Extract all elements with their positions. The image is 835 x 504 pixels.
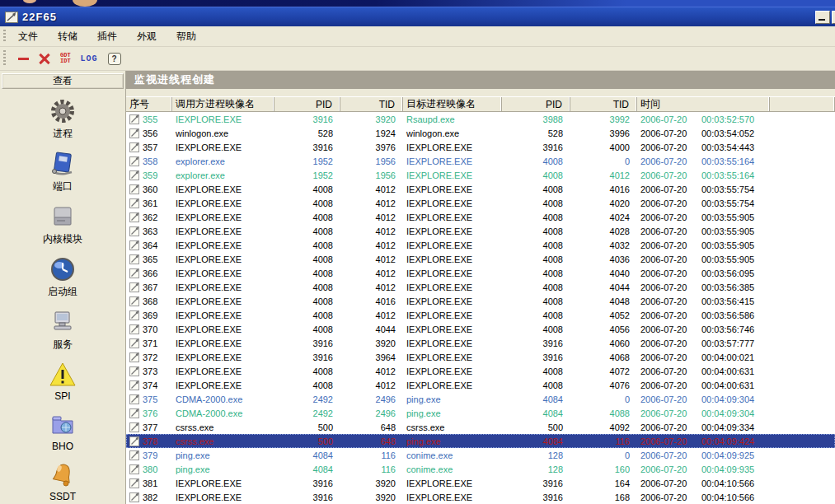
menu-item-plugins[interactable]: 插件 bbox=[97, 30, 117, 44]
cell-target-image: IEXPLORE.EXE bbox=[403, 308, 502, 322]
cell-caller-pid: 4008 bbox=[274, 210, 340, 224]
table-row[interactable]: 367 IEXPLORE.EXE 4008 4012 IEXPLORE.EXE … bbox=[126, 280, 835, 294]
column-header-target-tid[interactable]: TID bbox=[570, 97, 637, 111]
cell-filler bbox=[770, 140, 835, 154]
gdt-idt-button[interactable]: GDT IDT bbox=[60, 53, 71, 64]
table-row[interactable]: 378 csrss.exe 500 648 ping.exe 4084 116 … bbox=[126, 434, 835, 448]
table-row[interactable]: 358 explorer.exe 1952 1956 IEXPLORE.EXE … bbox=[126, 154, 835, 168]
table-row[interactable]: 363 IEXPLORE.EXE 4008 4012 IEXPLORE.EXE … bbox=[126, 224, 835, 238]
cell-time: 2006-07-20 00:04:09:304 bbox=[637, 392, 770, 406]
table-row[interactable]: 359 explorer.exe 1952 1956 IEXPLORE.EXE … bbox=[126, 168, 835, 182]
sidebar-item-startup-group[interactable]: 启动组 bbox=[0, 255, 125, 299]
cell-time: 2006-07-20 00:04:00:631 bbox=[637, 364, 770, 378]
menu-item-appearance[interactable]: 外观 bbox=[137, 30, 157, 44]
seq-value: 357 bbox=[143, 142, 157, 152]
column-header-target-pid[interactable]: PID bbox=[502, 97, 570, 111]
menubar-grip[interactable] bbox=[3, 30, 6, 43]
delete-button[interactable] bbox=[39, 53, 50, 64]
column-header-empty[interactable] bbox=[770, 97, 835, 111]
table-row[interactable]: 360 IEXPLORE.EXE 4008 4012 IEXPLORE.EXE … bbox=[126, 182, 835, 196]
table-row[interactable]: 369 IEXPLORE.EXE 4008 4012 IEXPLORE.EXE … bbox=[126, 308, 835, 322]
table-row[interactable]: 375 CDMA-2000.exe 2492 2496 ping.exe 408… bbox=[126, 392, 835, 406]
table-row[interactable]: 368 IEXPLORE.EXE 4008 4016 IEXPLORE.EXE … bbox=[126, 294, 835, 308]
cell-caller-tid: 3976 bbox=[340, 140, 403, 154]
table-row[interactable]: 370 IEXPLORE.EXE 4008 4044 IEXPLORE.EXE … bbox=[126, 322, 835, 336]
table-row[interactable]: 381 IEXPLORE.EXE 3916 3920 IEXPLORE.EXE … bbox=[126, 476, 835, 490]
help-button[interactable]: ? bbox=[108, 53, 121, 65]
sidebar-item-spi[interactable]: SPI bbox=[0, 361, 125, 402]
time-value: 00:04:09:304 bbox=[701, 394, 754, 404]
cell-target-pid: 128 bbox=[502, 448, 570, 462]
minimize-button[interactable] bbox=[815, 11, 830, 24]
sidebar-item-kernel-modules[interactable]: 内核模块 bbox=[0, 203, 125, 246]
log-label: LOG bbox=[81, 54, 98, 63]
column-header-target[interactable]: 目标进程映像名 bbox=[403, 97, 502, 111]
column-header-caller-pid[interactable]: PID bbox=[274, 97, 340, 111]
cell-time: 2006-07-20 00:03:55:905 bbox=[637, 238, 770, 252]
table-row[interactable]: 376 CDMA-2000.exe 2492 2496 ping.exe 408… bbox=[126, 406, 835, 420]
date-value: 2006-07-20 bbox=[640, 394, 701, 404]
sidebar-header[interactable]: 查看 bbox=[2, 73, 124, 89]
table-row[interactable]: 364 IEXPLORE.EXE 4008 4012 IEXPLORE.EXE … bbox=[126, 238, 835, 252]
table-row[interactable]: 374 IEXPLORE.EXE 4008 4012 IEXPLORE.EXE … bbox=[126, 378, 835, 392]
table-row[interactable]: 382 IEXPLORE.EXE 3916 3920 IEXPLORE.EXE … bbox=[126, 490, 835, 504]
sidebar-item-label: 端口 bbox=[53, 180, 73, 194]
time-value: 00:04:00:631 bbox=[701, 366, 754, 376]
cell-caller-pid: 4008 bbox=[274, 280, 340, 294]
cell-time: 2006-07-20 00:03:55:905 bbox=[637, 224, 770, 238]
time-value: 00:04:09:925 bbox=[701, 450, 754, 460]
maximize-button[interactable] bbox=[832, 11, 835, 24]
minus-icon bbox=[18, 58, 29, 60]
sidebar-item-ports[interactable]: 端口 bbox=[0, 150, 125, 194]
toolbar-grip[interactable] bbox=[3, 50, 6, 67]
column-header-caller[interactable]: 调用方进程映像名 bbox=[172, 97, 274, 111]
cell-caller-image: ping.exe bbox=[172, 448, 274, 462]
menu-item-dump[interactable]: 转储 bbox=[58, 30, 77, 44]
date-value: 2006-07-20 bbox=[640, 170, 701, 180]
table-row[interactable]: 373 IEXPLORE.EXE 4008 4012 IEXPLORE.EXE … bbox=[126, 364, 835, 378]
cell-time: 2006-07-20 00:04:09:925 bbox=[637, 448, 770, 462]
sidebar-item-processes[interactable]: 进程 bbox=[0, 97, 125, 141]
table-row[interactable]: 377 csrss.exe 500 648 csrss.exe 500 4092… bbox=[126, 420, 835, 434]
cell-caller-tid: 1956 bbox=[340, 168, 403, 182]
cell-caller-tid: 2496 bbox=[340, 392, 403, 406]
table-row[interactable]: 357 IEXPLORE.EXE 3916 3976 IEXPLORE.EXE … bbox=[126, 140, 835, 154]
cell-target-tid: 4012 bbox=[570, 168, 637, 182]
cell-filler bbox=[770, 322, 835, 336]
table-row[interactable]: 356 winlogon.exe 528 1924 winlogon.exe 5… bbox=[126, 126, 835, 140]
table-row[interactable]: 372 IEXPLORE.EXE 3916 3964 IEXPLORE.EXE … bbox=[126, 350, 835, 364]
titlebar[interactable]: 22F65 bbox=[0, 7, 835, 26]
table-row[interactable]: 379 ping.exe 4084 116 conime.exe 128 0 2… bbox=[126, 448, 835, 462]
table-row[interactable]: 371 IEXPLORE.EXE 3916 3920 IEXPLORE.EXE … bbox=[126, 336, 835, 350]
table-row[interactable]: 355 IEXPLORE.EXE 3916 3920 Rsaupd.exe 39… bbox=[126, 112, 835, 126]
sidebar-item-bho[interactable]: BHO bbox=[0, 411, 125, 452]
cell-seq: 372 bbox=[126, 350, 172, 364]
cell-caller-tid: 4012 bbox=[340, 280, 403, 294]
table-row[interactable]: 380 ping.exe 4084 116 conime.exe 128 160… bbox=[126, 462, 835, 476]
cell-caller-pid: 4008 bbox=[274, 378, 340, 392]
table-row[interactable]: 361 IEXPLORE.EXE 4008 4012 IEXPLORE.EXE … bbox=[126, 196, 835, 210]
cell-time: 2006-07-20 00:03:55:164 bbox=[637, 154, 770, 168]
cell-caller-tid: 116 bbox=[340, 462, 403, 476]
cell-target-pid: 4084 bbox=[502, 434, 570, 448]
menu-item-file[interactable]: 文件 bbox=[18, 30, 38, 44]
cell-caller-tid: 4012 bbox=[340, 210, 403, 224]
sidebar-item-ssdt[interactable]: SSDT bbox=[0, 461, 125, 502]
cell-target-tid: 4016 bbox=[570, 182, 637, 196]
column-header-seq[interactable]: 序号 bbox=[126, 97, 172, 111]
sidebar-item-services[interactable]: 服务 bbox=[0, 308, 125, 352]
table-row[interactable]: 362 IEXPLORE.EXE 4008 4012 IEXPLORE.EXE … bbox=[126, 210, 835, 224]
table-row[interactable]: 366 IEXPLORE.EXE 4008 4012 IEXPLORE.EXE … bbox=[126, 266, 835, 280]
remove-button[interactable] bbox=[18, 58, 29, 60]
log-button[interactable]: LOG bbox=[81, 54, 98, 63]
table-row[interactable]: 365 IEXPLORE.EXE 4008 4012 IEXPLORE.EXE … bbox=[126, 252, 835, 266]
window-controls bbox=[815, 11, 833, 24]
cell-caller-image: IEXPLORE.EXE bbox=[172, 350, 274, 364]
menu-item-help[interactable]: 帮助 bbox=[176, 30, 196, 44]
cell-caller-tid: 648 bbox=[340, 434, 403, 448]
cell-caller-pid: 3916 bbox=[274, 350, 340, 364]
cell-caller-pid: 500 bbox=[274, 434, 340, 448]
cell-seq: 358 bbox=[126, 154, 172, 168]
column-header-caller-tid[interactable]: TID bbox=[340, 97, 403, 111]
column-header-time[interactable]: 时间 bbox=[637, 97, 770, 111]
